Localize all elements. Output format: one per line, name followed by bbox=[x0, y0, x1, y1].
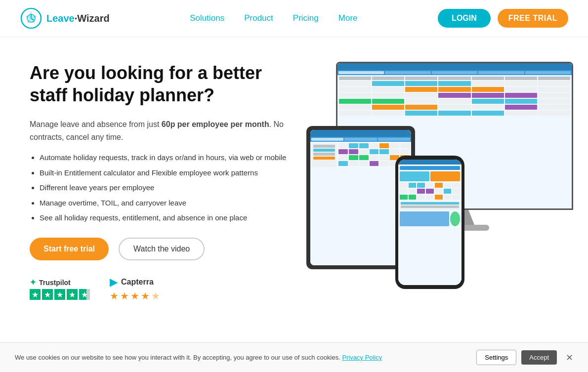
cal-col-fri bbox=[505, 77, 537, 80]
cal-col-sun bbox=[339, 77, 371, 80]
trustpilot-label: ✦ Trustpilot bbox=[30, 278, 71, 287]
app-tab-4 bbox=[478, 71, 524, 74]
hero-devices bbox=[301, 62, 583, 299]
capterra-star-3: ★ bbox=[130, 290, 139, 302]
app-tab-1 bbox=[338, 71, 384, 74]
star-2 bbox=[42, 289, 53, 300]
cal-col-tue bbox=[405, 77, 437, 80]
start-trial-button[interactable]: Start free trial bbox=[30, 238, 109, 260]
hero-buttons: Start free trial Watch the video bbox=[30, 238, 287, 260]
cal-col-thu bbox=[472, 77, 504, 80]
tablet-tab-3 bbox=[378, 138, 410, 141]
cookie-accept-button[interactable]: Accept bbox=[521, 350, 557, 365]
calendar-header bbox=[339, 77, 570, 80]
app-screenshot-mobile bbox=[398, 160, 462, 285]
cal-col-wed bbox=[438, 77, 470, 80]
trust-badges: ✦ Trustpilot ▶ Capterra ★ ★ bbox=[30, 276, 287, 302]
cal-col-mon bbox=[372, 77, 404, 80]
cookie-actions: Settings Accept ✕ bbox=[476, 350, 573, 365]
free-trial-button[interactable]: FREE TRIAL bbox=[498, 9, 568, 28]
feature-item: Different leave years per employee bbox=[40, 182, 287, 194]
app-tab-3 bbox=[432, 71, 477, 74]
nav-solutions[interactable]: Solutions bbox=[190, 13, 224, 23]
feature-item: Built-in Entitlement calculator and Flex… bbox=[40, 167, 287, 179]
app-tab-5 bbox=[525, 71, 571, 74]
watch-video-button[interactable]: Watch the video bbox=[119, 238, 205, 260]
tablet-tab-1 bbox=[311, 138, 343, 141]
cookie-banner: We use cookies on our website to see how… bbox=[0, 342, 588, 372]
tablet-tabs bbox=[310, 137, 411, 142]
feature-item: Automate holiday requests, track in days… bbox=[40, 152, 287, 164]
brand-name: Leave·Wizard bbox=[46, 13, 110, 24]
trustpilot-stars bbox=[30, 289, 90, 300]
star-3 bbox=[54, 289, 65, 300]
star-5-half bbox=[79, 289, 90, 300]
nav-pricing[interactable]: Pricing bbox=[293, 13, 319, 23]
cal-row-2 bbox=[339, 87, 570, 92]
capterra-star-4: ★ bbox=[141, 290, 150, 302]
app-tabs bbox=[337, 70, 572, 75]
hero-headline: Are you looking for a better staff holid… bbox=[30, 62, 287, 106]
phone-screen bbox=[398, 160, 462, 285]
logo-icon bbox=[20, 7, 42, 30]
capterra-star-2: ★ bbox=[120, 290, 129, 302]
privacy-policy-link[interactable]: Privacy Policy bbox=[342, 354, 382, 361]
phone-app-body bbox=[398, 165, 462, 228]
trustpilot-badge: ✦ Trustpilot bbox=[30, 278, 90, 300]
capterra-icon: ▶ bbox=[110, 276, 117, 288]
app-topbar bbox=[337, 63, 572, 70]
cookie-settings-button[interactable]: Settings bbox=[476, 350, 516, 365]
hero-section: Are you looking for a better staff holid… bbox=[0, 37, 588, 312]
capterra-label: ▶ Capterra bbox=[110, 276, 154, 288]
hero-description: Manage leave and absence from just 60p p… bbox=[30, 118, 287, 143]
app-calendar-body bbox=[337, 75, 572, 118]
nav-more[interactable]: More bbox=[338, 13, 358, 23]
nav-actions: LOGIN FREE TRIAL bbox=[438, 9, 568, 28]
logo[interactable]: Leave·Wizard bbox=[20, 7, 110, 30]
nav-product[interactable]: Product bbox=[244, 13, 273, 23]
hero-features-list: Automate holiday requests, track in days… bbox=[30, 152, 287, 224]
tablet-tab-2 bbox=[344, 138, 377, 141]
cal-row-4 bbox=[339, 99, 570, 104]
cookie-close-button[interactable]: ✕ bbox=[566, 352, 573, 363]
cal-row-1 bbox=[339, 81, 570, 86]
mobile-phone bbox=[395, 156, 464, 289]
navbar: Leave·Wizard Solutions Product Pricing M… bbox=[0, 0, 588, 37]
phone-topbar bbox=[398, 160, 462, 165]
cookie-text: We use cookies on our website to see how… bbox=[15, 354, 476, 361]
cal-row-3 bbox=[339, 93, 570, 98]
device-mockup-container bbox=[301, 62, 583, 299]
star-4 bbox=[67, 289, 78, 300]
feature-item: Manage overtime, TOIL, and carryover lea… bbox=[40, 198, 287, 209]
star-1 bbox=[30, 289, 41, 300]
capterra-stars: ★ ★ ★ ★ ★ bbox=[110, 290, 160, 302]
cal-row-5 bbox=[339, 105, 570, 110]
cal-row-6 bbox=[339, 111, 570, 116]
capterra-star-1: ★ bbox=[110, 290, 119, 302]
nav-links: Solutions Product Pricing More bbox=[190, 13, 357, 23]
capterra-star-5-half: ★ bbox=[151, 290, 160, 302]
hero-content: Are you looking for a better staff holid… bbox=[30, 62, 287, 302]
app-tab-2 bbox=[385, 71, 430, 74]
feature-item: See all holiday requests, entitlement, a… bbox=[40, 212, 287, 224]
login-button[interactable]: LOGIN bbox=[438, 9, 491, 28]
tablet-topbar bbox=[310, 130, 411, 137]
capterra-badge: ▶ Capterra ★ ★ ★ ★ ★ bbox=[110, 276, 160, 302]
cal-col-sat bbox=[538, 77, 570, 80]
